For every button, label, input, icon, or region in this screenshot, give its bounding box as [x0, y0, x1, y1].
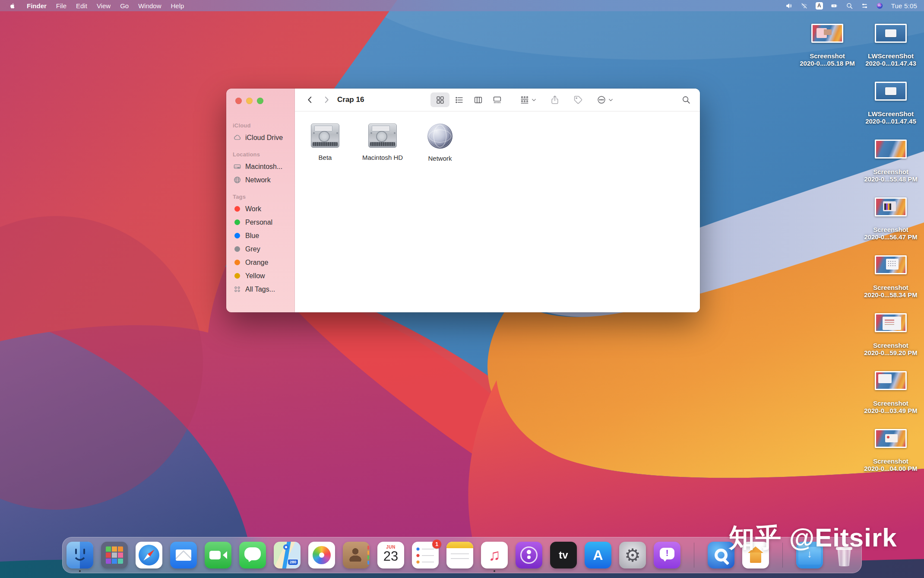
menu-go-menu[interactable]: Go: [115, 0, 133, 11]
dock-music[interactable]: ♫: [481, 542, 508, 568]
dock-calendar[interactable]: JUN 23: [377, 542, 404, 568]
tag-dot-icon: [233, 218, 241, 227]
status-input-source[interactable]: A: [815, 2, 824, 10]
chevron-down-icon: [608, 97, 614, 103]
tag-icon: [573, 95, 583, 105]
desktop-icon-screenshot-5548pm[interactable]: Screenshot 2020-0...55.48 PM: [858, 140, 923, 183]
dock-tv[interactable]: tv: [550, 542, 577, 568]
file-label: Screenshot 2020-0...55.48 PM: [864, 168, 917, 183]
dock-facetime[interactable]: [205, 542, 231, 568]
view-columns-icon: [474, 95, 483, 105]
dock-notes[interactable]: [446, 542, 473, 568]
status-battery[interactable]: [830, 2, 839, 10]
menu-window-menu[interactable]: Window: [133, 0, 166, 11]
status-spotlight[interactable]: [845, 2, 854, 10]
toolbar-column-view[interactable]: [468, 92, 487, 107]
volume-icon: [311, 124, 339, 148]
desktop-icon-lwscreenshot-014745[interactable]: LWScreenShot 2020-0...01.47.45: [858, 82, 923, 125]
menu-bar-status: A Tue 5:05: [778, 0, 917, 11]
input-source-icon: A: [815, 2, 824, 10]
dock-launchpad[interactable]: [101, 542, 128, 568]
nav-forward[interactable]: [320, 93, 333, 106]
dock-contacts[interactable]: [343, 542, 370, 568]
dock-reminders[interactable]: 1: [412, 542, 439, 568]
file-label: Screenshot 2020-0...56.47 PM: [864, 226, 917, 241]
toolbar-tags[interactable]: [573, 95, 583, 105]
desktop-icon-screenshot-5920pm[interactable]: Screenshot 2020-0...59.20 PM: [858, 313, 923, 356]
notification-badge: 1: [432, 540, 441, 549]
toolbar-more[interactable]: [596, 95, 614, 105]
desktop-icon-lwscreenshot-014743[interactable]: LWScreenShot 2020-0...01.47.43: [858, 24, 923, 67]
menu-clock[interactable]: Tue 5:05: [891, 2, 917, 10]
tag-dot-icon: [233, 258, 241, 267]
sidebar-item-all-tags[interactable]: All Tags...: [226, 283, 294, 296]
sidebar-item-tag-orange[interactable]: Orange: [226, 256, 294, 269]
tag-dot-icon: [233, 245, 241, 254]
dock-podcasts[interactable]: [516, 542, 542, 568]
menu-view-menu[interactable]: View: [92, 0, 115, 11]
hdd-icon: [233, 162, 241, 171]
toolbar-icon-view[interactable]: [430, 92, 449, 107]
sidebar-section: Tags Work Personal: [226, 194, 294, 296]
desktop-icon-screenshot-5834pm[interactable]: Screenshot 2020-0...58.34 PM: [858, 255, 923, 299]
sidebar-section: Locations Macintosh... Network: [226, 151, 294, 187]
file-thumbnail: [875, 371, 907, 390]
desktop-icon-screenshot-0349pm[interactable]: Screenshot 2020-0...03.49 PM: [858, 371, 923, 414]
dock-maps[interactable]: 280: [274, 542, 301, 568]
sidebar-item-tag-work[interactable]: Work: [226, 202, 294, 216]
tag-dot-icon: [233, 232, 241, 240]
toolbar-list-view[interactable]: [449, 92, 468, 107]
toolbar-share[interactable]: [550, 95, 560, 105]
dock-feedback-assistant[interactable]: !: [654, 542, 680, 568]
desktop-icon-screenshot-0400pm[interactable]: Screenshot 2020-0...04.00 PM: [858, 429, 923, 472]
globe-icon: [233, 176, 241, 184]
dock-mail[interactable]: [170, 542, 197, 568]
menu-finder-menu[interactable]: Finder: [22, 0, 51, 11]
status-wifi-off[interactable]: [800, 2, 809, 10]
content-item-macintosh-hd[interactable]: Macintosh HD: [362, 124, 403, 161]
content-item-label: Network: [428, 155, 452, 162]
cloud-icon: [233, 133, 241, 142]
apple-logo-icon[interactable]: [9, 2, 16, 10]
nav-back[interactable]: [304, 93, 316, 106]
file-label: Screenshot 2020-0...03.49 PM: [864, 400, 917, 414]
file-thumbnail: [875, 429, 907, 448]
menu-file-menu[interactable]: File: [51, 0, 71, 11]
window-title: Crap 16: [337, 95, 364, 104]
dock-safari[interactable]: [136, 542, 162, 568]
dock-messages[interactable]: [239, 542, 266, 568]
sidebar-item-tag-yellow[interactable]: Yellow: [226, 269, 294, 283]
content-item-network[interactable]: Network: [419, 124, 461, 162]
sidebar-item-macintosh-hd[interactable]: Macintosh...: [226, 160, 294, 173]
status-control-center[interactable]: [860, 2, 869, 10]
dock-divider: [694, 543, 694, 568]
sidebar-item-tag-blue[interactable]: Blue: [226, 229, 294, 242]
sidebar-item-icloud-drive[interactable]: iCloud Drive: [226, 131, 294, 144]
menu-edit-menu[interactable]: Edit: [71, 0, 92, 11]
traffic-close[interactable]: [235, 98, 242, 104]
status-siri[interactable]: [875, 2, 884, 10]
sidebar-item-tag-grey[interactable]: Grey: [226, 242, 294, 256]
toolbar-gallery-view[interactable]: [487, 92, 506, 107]
content-item-beta[interactable]: Beta: [304, 124, 346, 161]
view-gallery-icon: [493, 95, 502, 105]
finder-main: Crap 16: [295, 89, 700, 312]
dock-system-preferences[interactable]: ⚙: [619, 542, 646, 568]
menu-bar-left: Finder File Edit View Go Window Help: [9, 0, 189, 11]
siri-icon: [875, 2, 884, 10]
sidebar-item-tag-personal[interactable]: Personal: [226, 216, 294, 229]
desktop-icon-screenshot-0518pm[interactable]: Screenshot 2020-0....05.18 PM: [795, 24, 860, 67]
desktop-icon-screenshot-5647pm[interactable]: Screenshot 2020-0...56.47 PM: [858, 197, 923, 241]
control-center-icon: [860, 2, 869, 10]
file-thumbnail: [875, 140, 907, 159]
toolbar-search[interactable]: [680, 94, 692, 106]
sidebar-item-network[interactable]: Network: [226, 173, 294, 187]
menu-help-menu[interactable]: Help: [166, 0, 189, 11]
traffic-zoom[interactable]: [257, 98, 263, 104]
dock-finder[interactable]: [66, 542, 93, 568]
dock-photos[interactable]: [308, 542, 335, 568]
toolbar-group[interactable]: [519, 95, 537, 105]
status-volume[interactable]: [785, 2, 794, 10]
dock-app-store[interactable]: A: [585, 542, 611, 568]
traffic-minimize[interactable]: [246, 98, 253, 104]
